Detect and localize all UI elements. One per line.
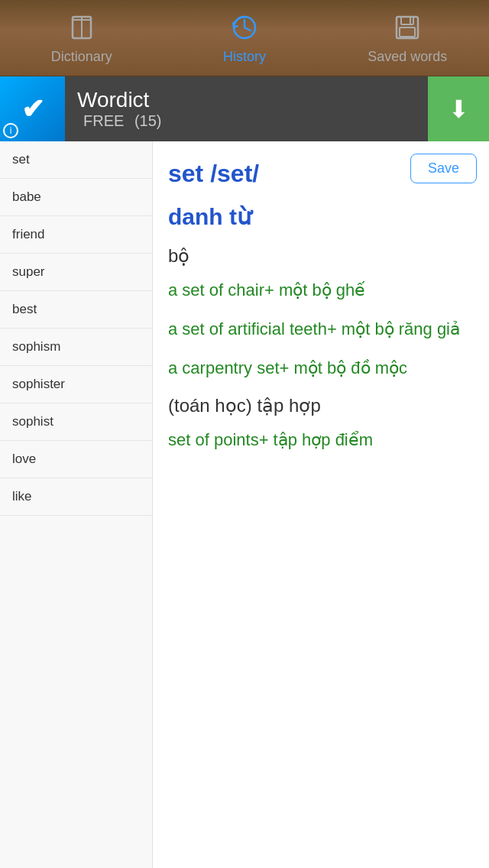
list-item[interactable]: best [0,291,152,329]
list-item[interactable]: super [0,254,152,291]
tab-bar: Dictionary History Saved words [0,0,489,76]
word-content-area: Save set /set/ danh từ bộ a set of chair… [153,141,489,868]
definition-2: (toán học) tập hợp [168,395,474,416]
tab-history-label: History [223,49,266,65]
save-button[interactable]: Save [410,154,477,183]
tab-saved-label: Saved words [368,49,447,65]
list-item[interactable]: like [0,478,152,516]
main-content: set babe friend super best sophism sophi… [0,141,489,868]
book-icon [65,11,99,44]
clock-icon [228,11,261,44]
tab-history[interactable]: History [163,11,325,65]
example-1: a set of chair+ một bộ ghế [168,279,474,303]
logo-check: ✔ [21,93,44,125]
list-item[interactable]: set [0,141,152,179]
tab-saved[interactable]: Saved words [326,11,489,65]
list-item[interactable]: friend [0,216,152,254]
app-subtitle: FREE (15) [77,112,428,130]
example-2: a set of artificial teeth+ một bộ răng g… [168,318,474,342]
app-logo: ✔ i [0,76,65,141]
info-icon[interactable]: i [3,123,18,138]
list-item[interactable]: sophist [0,403,152,441]
list-item[interactable]: babe [0,179,152,216]
download-button[interactable]: ⬇ [428,76,489,141]
example-4: set of points+ tập hợp điểm [168,429,474,452]
tab-dictionary-label: Dictionary [51,49,112,65]
tab-dictionary[interactable]: Dictionary [0,11,163,65]
list-item[interactable]: love [0,441,152,478]
history-sidebar: set babe friend super best sophism sophi… [0,141,153,868]
svg-line-5 [244,28,251,31]
app-badge: FREE [83,112,124,129]
app-title-section: Wordict FREE (15) [65,88,428,130]
definition-1: bộ [168,245,474,267]
pos-heading: danh từ [168,203,474,230]
svg-rect-7 [401,17,413,24]
floppy-icon [390,11,424,44]
example-3: a carpentry set+ một bộ đồ mộc [168,357,474,381]
app-header: ✔ i Wordict FREE (15) ⬇ [0,76,489,141]
app-title: Wordict [77,88,428,112]
app-count: (15) [134,112,162,129]
list-item[interactable]: sophism [0,329,152,366]
svg-rect-8 [400,28,415,37]
list-item[interactable]: sophister [0,366,152,403]
download-icon: ⬇ [449,95,469,124]
